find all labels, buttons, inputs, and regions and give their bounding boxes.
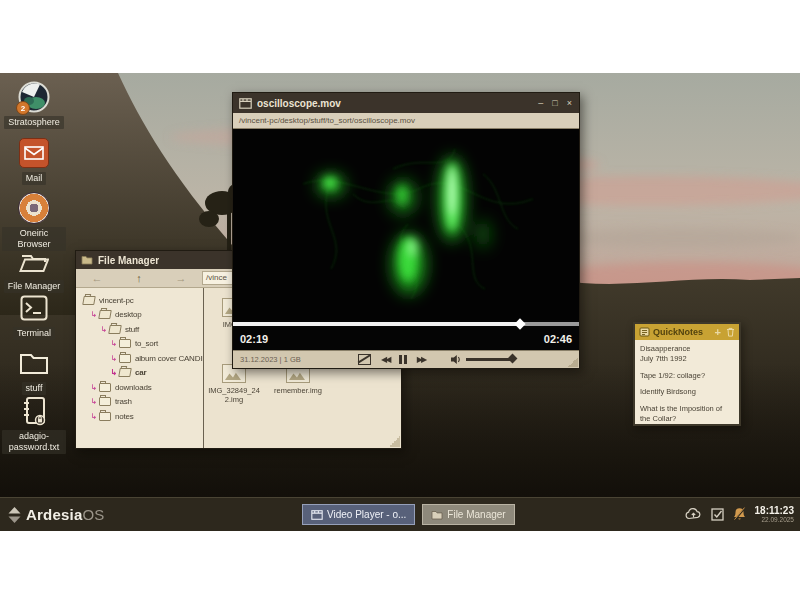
checkbox-tasks-icon[interactable] xyxy=(711,508,724,521)
pause-button[interactable] xyxy=(399,355,407,364)
expander-icon[interactable]: ↳ xyxy=(109,354,118,363)
total-time: 02:46 xyxy=(544,333,572,345)
folder-icon xyxy=(19,351,49,375)
video-path-bar: /vincent-pc/desktop/stuff/to_sort/oscill… xyxy=(233,113,579,129)
note-item[interactable]: Identify Birdsong xyxy=(640,387,734,397)
fast-forward-button[interactable]: ▶▶ xyxy=(417,356,425,364)
open-folder-icon xyxy=(118,368,132,377)
desktop-icon-adagio-password[interactable]: adagio-password.txt xyxy=(2,395,66,454)
add-note-button[interactable]: + xyxy=(715,327,721,338)
os-menu[interactable]: ArdesiaOS xyxy=(8,506,105,523)
close-button[interactable]: × xyxy=(567,98,572,108)
desktop-icon-label: stuff xyxy=(22,382,47,395)
desktop-icon-label: File Manager xyxy=(4,280,65,293)
expander-icon[interactable]: ↳ xyxy=(89,397,98,406)
task-button-video-player[interactable]: Video Player - o... xyxy=(302,504,415,525)
tree-item-stuff[interactable]: ↳ stuff xyxy=(76,322,203,337)
quicknotes-header[interactable]: QuickNotes + xyxy=(635,324,739,340)
tree-item-car[interactable]: ↳ car xyxy=(76,366,203,381)
desktop-icon-terminal[interactable]: Terminal xyxy=(2,292,66,340)
video-canvas[interactable] xyxy=(233,129,579,320)
oscilloscope-visual xyxy=(233,129,579,320)
folder-icon xyxy=(99,383,111,392)
clock[interactable]: 18:11:23 22.09.2025 xyxy=(755,505,794,523)
window-title: oscilloscope.mov xyxy=(257,98,538,109)
open-folder-icon xyxy=(98,310,112,319)
quicknotes-body: Disaapperance July 7tth 1992 Tape 1/92: … xyxy=(635,340,739,435)
minimize-button[interactable]: – xyxy=(538,98,543,108)
tree-item-trash[interactable]: ↳ trash xyxy=(76,395,203,410)
seek-bar[interactable] xyxy=(233,320,579,328)
current-time: 02:19 xyxy=(240,333,268,345)
video-player-titlebar[interactable]: oscilloscope.mov – □ × xyxy=(233,93,579,113)
clock-date: 22.09.2025 xyxy=(755,516,794,523)
ardesia-logo-icon xyxy=(8,507,21,523)
folder-icon xyxy=(119,354,131,363)
video-player-window: oscilloscope.mov – □ × /vincent-pc/deskt… xyxy=(232,92,580,369)
notes-icon xyxy=(639,327,650,337)
speaker-icon[interactable] xyxy=(451,355,462,364)
trash-icon[interactable] xyxy=(726,327,735,337)
cloud-sync-icon[interactable] xyxy=(685,508,702,520)
bell-muted-icon[interactable] xyxy=(733,507,746,522)
maximize-button[interactable]: □ xyxy=(552,98,557,108)
note-item[interactable]: Disaapperance July 7tth 1992 xyxy=(640,344,734,364)
quicknotes-title: QuickNotes xyxy=(653,327,715,337)
desktop-icon-mail[interactable]: Mail xyxy=(2,137,66,185)
desktop-icon-oneiric-browser[interactable]: Oneiric Browser xyxy=(2,192,66,251)
transport-controls: 31.12.2023 | 1 GB ◀◀ ▶▶ xyxy=(233,350,579,368)
tree-item-desktop[interactable]: ↳ desktop xyxy=(76,308,203,323)
desktop-icon-label: Stratosphere xyxy=(4,116,64,129)
time-display: 02:19 02:46 xyxy=(233,328,579,350)
desktop-icon-stratosphere[interactable]: 2 Stratosphere xyxy=(2,81,66,129)
resize-handle[interactable] xyxy=(389,436,400,447)
folder-icon xyxy=(431,510,443,520)
volume-slider[interactable] xyxy=(466,358,514,361)
taskbar: ArdesiaOS Video Player - o... File Manag… xyxy=(0,497,800,531)
film-clapper-icon xyxy=(311,510,323,520)
no-loop-icon[interactable] xyxy=(358,354,371,365)
expander-icon[interactable]: ↳ xyxy=(89,310,98,319)
tree-item-to-sort[interactable]: ↳ to_sort xyxy=(76,337,203,352)
resize-handle[interactable] xyxy=(568,357,578,367)
envelope-icon xyxy=(24,146,44,160)
tree-item-album-cover-candidates[interactable]: ↳ album cover CANDIDATES xyxy=(76,351,203,366)
tree-item-notes[interactable]: ↳ notes xyxy=(76,409,203,424)
seek-fill xyxy=(233,322,520,326)
seek-thumb[interactable] xyxy=(515,318,526,329)
clock-time: 18:11:23 xyxy=(755,505,794,516)
tree-item-vincent-pc[interactable]: vincent-pc xyxy=(76,293,203,308)
file-item[interactable]: IMG_32849_242.img xyxy=(206,364,262,405)
volume-thumb[interactable] xyxy=(508,354,518,364)
password-notebook-icon xyxy=(21,396,47,426)
open-folder-icon xyxy=(19,248,49,274)
desktop-icon-label: adagio-password.txt xyxy=(2,430,66,454)
desktop-icon-stuff[interactable]: stuff xyxy=(2,347,66,395)
task-buttons: Video Player - o... File Manager xyxy=(302,504,515,525)
note-item[interactable]: Tape 1/92: collage? xyxy=(640,371,734,381)
open-folder-icon xyxy=(82,296,96,305)
open-folder-icon xyxy=(108,325,122,334)
rewind-button[interactable]: ◀◀ xyxy=(381,356,389,364)
expander-icon[interactable]: ↳ xyxy=(109,339,118,348)
back-button[interactable]: ← xyxy=(76,269,118,287)
desktop-icon-file-manager[interactable]: File Manager xyxy=(2,245,66,293)
note-item[interactable]: What is the Imposition of the Collar? xyxy=(640,404,734,424)
folder-tree: vincent-pc ↳ desktop ↳ stuff ↳ to_sort xyxy=(76,288,204,448)
folder-icon xyxy=(81,255,93,265)
up-button[interactable]: ↑ xyxy=(118,269,160,287)
expander-icon[interactable]: ↳ xyxy=(89,412,98,421)
forward-button[interactable]: → xyxy=(160,269,202,287)
terminal-icon xyxy=(20,295,48,321)
expander-icon[interactable]: ↳ xyxy=(109,368,118,377)
film-clapper-icon xyxy=(239,98,252,109)
tree-item-downloads[interactable]: ↳ downloads xyxy=(76,380,203,395)
task-button-file-manager[interactable]: File Manager xyxy=(422,504,514,525)
quicknotes-widget: QuickNotes + Disaapperance July 7tth 199… xyxy=(633,322,741,426)
expander-icon[interactable]: ↳ xyxy=(89,383,98,392)
file-meta: 31.12.2023 | 1 GB xyxy=(240,355,301,364)
expander-icon[interactable]: ↳ xyxy=(99,325,108,334)
folder-icon xyxy=(99,412,111,421)
stratosphere-badge: 2 xyxy=(16,101,30,115)
system-tray: 18:11:23 22.09.2025 xyxy=(685,505,794,523)
